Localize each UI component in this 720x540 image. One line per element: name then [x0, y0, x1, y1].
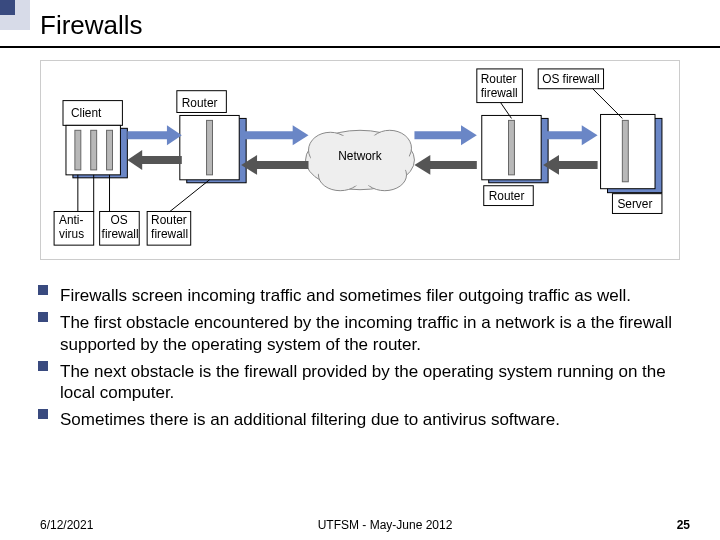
list-item: Sometimes there is an additional filteri…: [38, 409, 690, 430]
bullet-list: Firewalls screen incoming traffic and so…: [38, 285, 690, 437]
svg-rect-21: [207, 120, 213, 174]
router-label: Router: [182, 96, 218, 110]
svg-text:OS: OS: [111, 213, 128, 227]
footer-center: UTFSM - May-June 2012: [93, 518, 676, 532]
title-bar: Firewalls: [0, 0, 720, 47]
bullet-icon: [38, 312, 48, 322]
svg-text:Anti-: Anti-: [59, 213, 83, 227]
list-item: The first obstacle encountered by the in…: [38, 312, 690, 355]
router2-label: Router: [489, 189, 525, 203]
server-label: Server: [617, 197, 652, 211]
svg-rect-4: [91, 130, 97, 170]
svg-text:firewall: firewall: [481, 86, 518, 100]
client-label: Client: [71, 106, 102, 120]
svg-text:virus: virus: [59, 227, 84, 241]
list-item: The next obstacle is the firewall provid…: [38, 361, 690, 404]
svg-line-42: [593, 89, 623, 119]
svg-rect-5: [107, 130, 113, 170]
svg-rect-31: [509, 120, 515, 174]
svg-line-22: [170, 180, 210, 212]
svg-rect-3: [75, 130, 81, 170]
list-item: Firewalls screen incoming traffic and so…: [38, 285, 690, 306]
footer: 6/12/2021 UTFSM - May-June 2012 25: [40, 518, 690, 532]
svg-rect-39: [622, 120, 628, 181]
bullet-icon: [38, 409, 48, 419]
title-underline: [0, 46, 720, 48]
footer-page: 25: [677, 518, 690, 532]
svg-text:firewall: firewall: [151, 227, 188, 241]
bullet-icon: [38, 285, 48, 295]
firewall-diagram: Client Anti- virus OS firewall Router fi…: [40, 60, 680, 260]
svg-text:Router: Router: [481, 72, 517, 86]
svg-text:Router: Router: [151, 213, 187, 227]
footer-date: 6/12/2021: [40, 518, 93, 532]
bullet-icon: [38, 361, 48, 371]
os-fw-top-label: OS firewall: [542, 72, 599, 86]
slide-title: Firewalls: [40, 10, 720, 41]
svg-text:firewall: firewall: [102, 227, 139, 241]
network-label: Network: [338, 149, 382, 163]
